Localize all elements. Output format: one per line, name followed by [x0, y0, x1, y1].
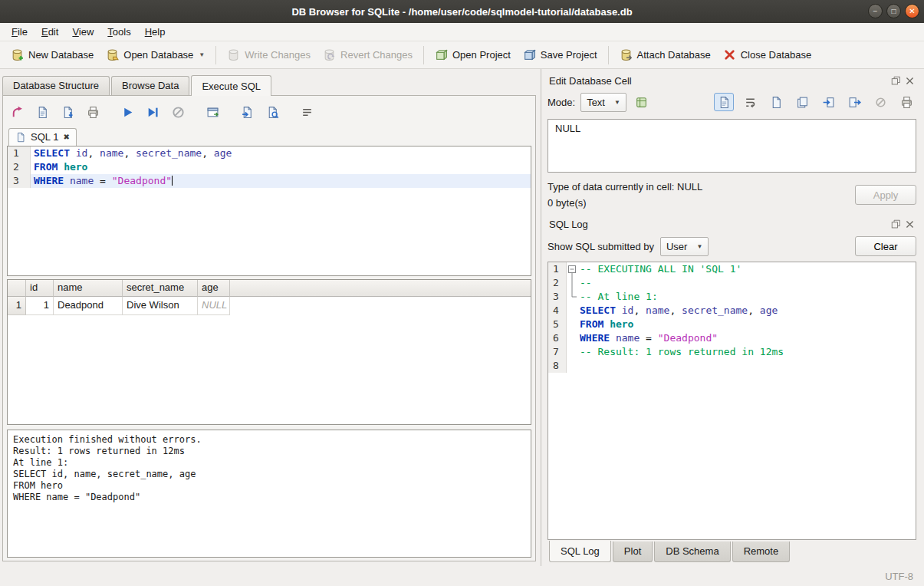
line-number: 4 [548, 304, 567, 318]
chevron-down-icon[interactable]: ▼ [199, 51, 205, 58]
table-cell[interactable]: Dive Wilson [123, 297, 198, 315]
set-null-icon[interactable] [870, 93, 890, 111]
float-dock-icon[interactable] [891, 76, 901, 86]
line-number: 5 [548, 318, 567, 331]
fold-marker[interactable] [567, 262, 577, 276]
dock-tab-remote[interactable]: Remote [732, 542, 791, 562]
menu-help[interactable]: Help [138, 23, 173, 41]
table-cell[interactable]: NULL [198, 297, 230, 315]
menu-edit[interactable]: Edit [35, 23, 65, 41]
tab-execute-sql[interactable]: Execute SQL [191, 75, 271, 96]
find-replace-icon[interactable] [262, 103, 282, 121]
close-dock-icon[interactable] [905, 219, 915, 229]
edit-cell-title: Edit Database Cell [549, 75, 632, 87]
fold-marker [567, 318, 577, 331]
tab-browse-data[interactable]: Browse Data [111, 76, 189, 95]
column-header-id[interactable]: id [26, 280, 54, 297]
main-tabs: Database StructureBrowse DataExecute SQL [0, 69, 541, 95]
tab-database-structure[interactable]: Database Structure [2, 76, 110, 95]
save-sql-file-icon[interactable] [58, 103, 77, 121]
minimize-button[interactable]: − [868, 4, 883, 18]
editor-line[interactable]: 3WHERE name = "Deadpond" [8, 174, 531, 188]
export-data-icon[interactable] [844, 93, 864, 111]
table-cell[interactable]: Deadpond [54, 297, 123, 315]
print-icon[interactable] [83, 103, 103, 121]
cell-editor[interactable]: NULL [547, 119, 916, 173]
new-tab-icon[interactable] [7, 103, 27, 121]
menu-view[interactable]: View [65, 23, 100, 41]
edit-cell-header: Edit Database Cell [547, 72, 916, 89]
column-header-age[interactable]: age [198, 280, 230, 297]
execute-current-line-icon[interactable] [143, 103, 163, 121]
sql-log-view[interactable]: 1-- EXECUTING ALL IN 'SQL 1'2--3-- At li… [547, 262, 916, 540]
json-view-icon[interactable] [766, 93, 786, 111]
mode-select[interactable]: Text ▼ [580, 93, 626, 112]
fold-marker [567, 276, 577, 290]
fold-marker [567, 290, 577, 304]
word-wrap-icon[interactable] [740, 93, 760, 111]
export-results-icon[interactable] [237, 103, 257, 121]
main-toolbar: New DatabaseOpen Database▼Write ChangesR… [0, 41, 924, 69]
titlebar[interactable]: DB Browser for SQLite - /home/user/code/… [0, 0, 924, 23]
toolbar-separator [608, 46, 609, 64]
mode-value: Text [587, 97, 605, 108]
write-changes-button: Write Changes [221, 45, 317, 64]
open-database-button[interactable]: Open Database▼ [100, 45, 211, 64]
dock-tab-sql-log[interactable]: SQL Log [549, 541, 611, 562]
window-controls: −□✕ [868, 4, 919, 18]
app-window: DB Browser for SQLite - /home/user/code/… [0, 0, 924, 586]
close-database-button[interactable]: Close Database [717, 45, 818, 64]
menu-tools[interactable]: Tools [100, 23, 137, 41]
status-line: SELECT id, name, secret_name, age [13, 469, 525, 480]
execute-sql-pane: Database StructureBrowse DataExecute SQL… [0, 69, 541, 566]
execute-all-icon[interactable] [117, 103, 137, 121]
open-sql-file-icon[interactable] [32, 103, 52, 121]
attach-database-button[interactable]: Attach Database [613, 45, 717, 64]
execute-sql-frame: SQL 1 ✖ 1SELECT id, name, secret_name, a… [2, 95, 536, 561]
auto-format-button[interactable] [632, 93, 652, 111]
fold-marker [567, 304, 577, 318]
line-number: 7 [548, 345, 567, 359]
copy-cell-icon[interactable] [792, 93, 812, 111]
editor-line[interactable]: 2FROM hero [8, 160, 531, 174]
print-cell-icon[interactable] [896, 93, 916, 111]
statusbar: UTF-8 [0, 566, 924, 586]
editor-line[interactable]: 1SELECT id, name, secret_name, age [8, 146, 531, 160]
close-dock-icon[interactable] [905, 76, 915, 86]
word-wrap-icon[interactable] [297, 103, 317, 121]
results-header: idnamesecret_nameage [8, 280, 531, 297]
log-line: 3-- At line 1: [548, 290, 916, 304]
maximize-button[interactable]: □ [886, 4, 901, 18]
chevron-down-icon: ▼ [614, 99, 620, 106]
column-header-secret-name[interactable]: secret_name [123, 280, 198, 297]
table-cell[interactable]: 1 [26, 297, 54, 315]
close-tab-icon[interactable]: ✖ [63, 133, 69, 141]
open-results-new-tab-icon[interactable] [202, 103, 222, 121]
line-number: 3 [8, 174, 31, 188]
menu-file[interactable]: File [5, 23, 35, 41]
new-database-button[interactable]: New Database [5, 45, 100, 64]
open-project-button[interactable]: Open Project [429, 45, 517, 64]
dock-tab-plot[interactable]: Plot [613, 542, 653, 562]
column-header-name[interactable]: name [54, 280, 123, 297]
float-dock-icon[interactable] [891, 219, 901, 229]
text-view-icon[interactable] [714, 93, 734, 111]
sql-tabbar: SQL 1 ✖ [7, 125, 531, 146]
close-button[interactable]: ✕ [905, 4, 919, 18]
status-line: Result: 1 rows returned in 12ms [13, 446, 525, 457]
right-dock: Edit Database Cell Mode: Text ▼ NULL [541, 69, 924, 566]
stop-icon[interactable] [168, 103, 188, 121]
log-line: 6WHERE name = "Deadpond" [548, 331, 916, 345]
window-title: DB Browser for SQLite - /home/user/code/… [0, 6, 924, 18]
save-project-button[interactable]: Save Project [517, 45, 603, 64]
log-line: 5FROM hero [548, 318, 916, 331]
sql-tab[interactable]: SQL 1 ✖ [8, 128, 77, 146]
log-filter-select[interactable]: User ▼ [660, 237, 709, 256]
sql-log-header: SQL Log [547, 216, 916, 232]
dock-tab-db-schema[interactable]: DB Schema [654, 542, 730, 562]
log-line: 8 [548, 359, 916, 373]
apply-button[interactable]: Apply [855, 185, 916, 205]
import-data-icon[interactable] [818, 93, 838, 111]
sql-editor[interactable]: 1SELECT id, name, secret_name, age2FROM … [7, 146, 531, 276]
clear-log-button[interactable]: Clear [855, 236, 916, 256]
